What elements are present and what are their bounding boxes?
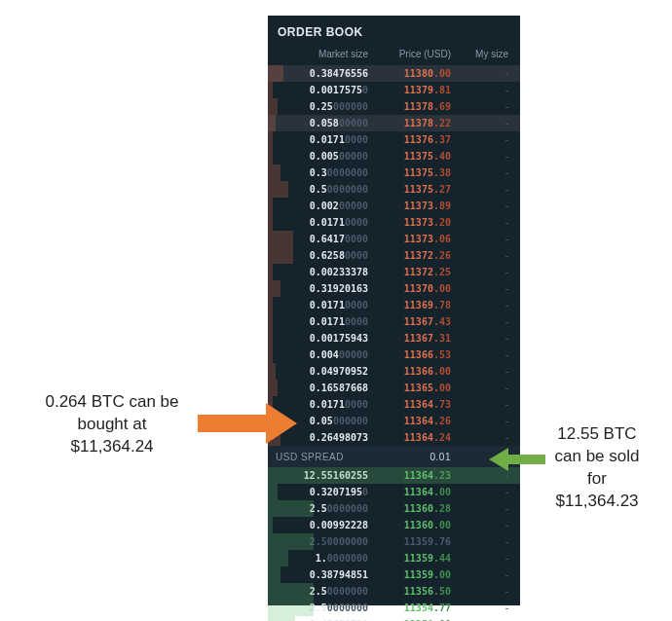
ask-row[interactable]: 0.0580000011378.22- (268, 115, 520, 131)
price-cell: 11360.28 (368, 503, 451, 514)
order-book-headers: Market size Price (USD) My size (268, 47, 520, 65)
size-trailing-zeros: 0000000 (327, 184, 368, 195)
market-size-cell: 0.04970952 (276, 366, 368, 377)
ask-row[interactable]: 0.0040000011366.53- (268, 347, 520, 363)
price-int: 11359 (404, 553, 433, 564)
size-trailing-zeros: 000000 (333, 101, 368, 112)
my-size-cell: - (451, 101, 512, 112)
price-cell: 11366.00 (368, 366, 451, 377)
price-int: 11372 (404, 250, 433, 261)
my-size-cell: - (451, 586, 512, 597)
ask-row[interactable]: 0.0023337811372.25- (268, 264, 520, 280)
price-cell: 11354.77 (368, 603, 451, 613)
size-significant: 0.04970952 (310, 366, 368, 377)
price-dec: .37 (433, 134, 451, 145)
market-size-cell: 0.00200000 (276, 201, 368, 211)
annotation-buy-line1: 0.264 BTC can be (29, 391, 195, 414)
bid-row[interactable]: 1.4565972911350.00- (268, 616, 520, 621)
price-dec: .00 (433, 283, 451, 294)
ask-row[interactable]: 0.0020000011373.89- (268, 198, 520, 214)
price-dec: .31 (433, 333, 451, 344)
bid-row[interactable]: 12.5516025511364.23- (268, 467, 520, 484)
ask-row[interactable]: 0.0171000011369.78- (268, 297, 520, 313)
price-int: 11373 (404, 201, 433, 211)
size-significant: 0.26498073 (310, 432, 368, 443)
depth-bar (268, 616, 295, 621)
bid-row[interactable]: 2.5000000011359.76- (268, 533, 520, 550)
ask-row[interactable]: 0.0017594311367.31- (268, 330, 520, 347)
ask-row[interactable]: 0.5000000011375.27- (268, 181, 520, 198)
price-int: 11373 (404, 234, 433, 244)
ask-row[interactable]: 0.0500000011364.26- (268, 413, 520, 429)
depth-bar (268, 131, 273, 148)
my-size-cell: - (451, 167, 512, 178)
size-significant: 0.25 (310, 101, 333, 112)
my-size-cell: - (451, 217, 512, 228)
arrow-sell-icon (489, 448, 545, 471)
ask-row[interactable]: 0.3847655611380.00- (268, 65, 520, 82)
annotation-sell-line4: $11,364.23 (543, 491, 651, 513)
ask-row[interactable]: 0.3000000011375.38- (268, 164, 520, 181)
depth-bar (268, 363, 276, 380)
bid-row[interactable]: 0.3879485111359.00- (268, 566, 520, 583)
price-dec: .00 (433, 487, 451, 497)
bid-row[interactable]: 1.000000011359.44- (268, 550, 520, 566)
bid-row[interactable]: 2.5000000011356.50- (268, 583, 520, 600)
market-size-cell: 0.50000000 (276, 184, 368, 195)
header-market-size: Market size (276, 49, 368, 59)
price-int: 11380 (404, 68, 433, 79)
ask-row[interactable]: 0.0171000011376.37- (268, 131, 520, 148)
ask-rows: 0.3847655611380.00-0.0017575011379.81-0.… (268, 65, 520, 446)
price-int: 11364 (404, 416, 433, 426)
price-dec: .00 (433, 520, 451, 530)
my-size-cell: - (451, 85, 512, 95)
depth-bar (268, 198, 273, 214)
ask-row[interactable]: 0.0017575011379.81- (268, 82, 520, 98)
my-size-cell: - (451, 432, 512, 443)
ask-row[interactable]: 0.0050000011375.40- (268, 148, 520, 164)
ask-row[interactable]: 0.0171000011367.43- (268, 313, 520, 330)
price-cell: 11366.53 (368, 349, 451, 360)
ask-row[interactable]: 0.6417000011373.06- (268, 231, 520, 247)
ask-row[interactable]: 0.3192016311370.00- (268, 280, 520, 297)
ask-row[interactable]: 0.1658766811365.00- (268, 380, 520, 396)
price-dec: .53 (433, 349, 451, 360)
size-significant: 0.16587668 (310, 383, 368, 393)
my-size-cell: - (451, 416, 512, 426)
market-size-cell: 0.16587668 (276, 383, 368, 393)
price-cell: 11372.26 (368, 250, 451, 261)
ask-row[interactable]: 0.0497095211366.00- (268, 363, 520, 380)
price-cell: 11379.81 (368, 85, 451, 95)
my-size-cell: - (451, 333, 512, 344)
annotation-sell-line2: can be sold (543, 446, 651, 468)
my-size-cell: - (451, 151, 512, 162)
price-int: 11376 (404, 134, 433, 145)
size-trailing-zeros: 0000 (345, 300, 368, 310)
my-size-cell: - (451, 503, 512, 514)
price-dec: .50 (433, 586, 451, 597)
price-cell: 11378.69 (368, 101, 451, 112)
ask-row[interactable]: 0.0171000011364.73- (268, 396, 520, 413)
depth-bar (268, 517, 273, 533)
price-cell: 11364.26 (368, 416, 451, 426)
bid-row[interactable]: 0.0099222811360.00- (268, 517, 520, 533)
size-significant: 0.38794851 (310, 569, 368, 580)
ask-row[interactable]: 0.2649807311364.24- (268, 429, 520, 446)
size-significant: 1. (316, 553, 327, 564)
price-int: 11366 (404, 366, 433, 377)
size-significant: 0.0171 (310, 217, 345, 228)
my-size-cell: - (451, 603, 512, 613)
bid-row[interactable]: 2.5000000011354.77- (268, 600, 520, 616)
ask-row[interactable]: 0.6258000011372.26- (268, 247, 520, 264)
size-trailing-zeros: 0000 (345, 217, 368, 228)
size-significant: 0.00175943 (310, 333, 368, 344)
price-dec: .43 (433, 316, 451, 327)
ask-row[interactable]: 0.2500000011378.69- (268, 98, 520, 115)
ask-row[interactable]: 0.0171000011373.20- (268, 214, 520, 231)
size-significant: 0.00233378 (310, 267, 368, 277)
market-size-cell: 0.32071950 (276, 487, 368, 497)
size-significant: 0.38476556 (310, 68, 368, 79)
bid-row[interactable]: 2.5000000011360.28- (268, 500, 520, 517)
price-dec: .24 (433, 432, 451, 443)
bid-row[interactable]: 0.3207195011364.00- (268, 484, 520, 500)
